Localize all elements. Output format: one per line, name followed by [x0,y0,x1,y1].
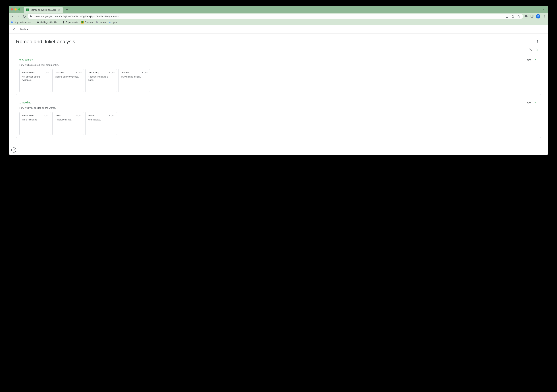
levels-row: Needs Work5 ptsMany mistakes.Great15 pts… [19,112,538,135]
window-minimize-button[interactable] [15,8,17,10]
install-app-icon[interactable] [504,14,509,19]
svg-point-5 [544,16,545,17]
tab-close-button[interactable] [58,8,61,11]
bookmark-star-icon[interactable] [516,14,521,19]
level-description: Many mistakes. [22,118,49,122]
share-icon[interactable] [510,14,515,19]
assignment-title: Romeo and Juliet analysis. [16,39,77,45]
new-tab-button[interactable] [64,7,69,12]
api-icon: API [109,21,112,24]
level-head: Passable20 pts [55,71,82,74]
bookmark-label: Settings - Cookie… [41,21,59,24]
window-close-button[interactable] [11,8,13,10]
level-points: 20 pts [75,71,82,74]
assignment-more-button[interactable] [534,38,541,45]
browser-window: Romeo and Juliet analysis. classroom.g [9,6,548,155]
browser-tab-active[interactable]: Romeo and Juliet analysis. [24,7,63,13]
level-name: Passable [55,71,64,74]
gear-icon [36,21,39,24]
level-points: 20 pts [108,114,115,117]
level-card[interactable]: Needs Work5 ptsMany mistakes. [19,112,51,135]
app-content: Rubric Romeo and Juliet analysis. /70 0:… [9,25,548,155]
svg-point-10 [537,41,538,41]
help-button[interactable]: ? [11,147,16,153]
bookmarks-bar: Apps with access… Settings - Cookie… Exp… [9,20,548,25]
bookmark-apps-with-access[interactable]: Apps with access… [10,21,33,24]
criterion-card: 0: Argument/50How well structured your a… [16,55,541,95]
reload-button[interactable] [22,14,27,19]
browser-menu-button[interactable] [542,14,547,19]
level-name: Needs Work [22,114,35,117]
flask-icon [62,21,65,24]
address-bar: classroom.google.com/u/0/c/NjEyMDI4ODIxM… [9,13,548,20]
extensions-button[interactable] [524,14,529,19]
page-body: Romeo and Juliet analysis. /70 0: Argume… [9,34,548,155]
collapse-all-button[interactable] [534,47,540,53]
level-card[interactable]: Needs Work0 ptsNot enough strong evidenc… [19,69,51,92]
title-row: Romeo and Juliet analysis. [16,38,541,45]
criterion-header-right: /50 [527,57,538,62]
criterion-title: 1: Spelling [19,101,31,104]
back-button[interactable] [10,14,15,19]
bookmark-current[interactable]: current [96,21,106,24]
criterion-collapse-button[interactable] [533,57,538,62]
profile-avatar[interactable]: D [536,14,540,18]
app-header: Rubric [9,25,548,34]
criterion-title: 0: Argument [19,58,33,61]
tab-bar: Romeo and Juliet analysis. [9,6,548,13]
level-points: 50 pts [141,71,147,74]
svg-point-6 [544,17,545,17]
level-name: Convincing [88,71,99,74]
svg-point-12 [537,42,538,43]
levels-row: Needs Work0 ptsNot enough strong evidenc… [19,69,538,92]
level-description: Not enough strong evidence.. [22,75,49,82]
level-card[interactable]: Convincing30 ptsA compelling case is mad… [85,69,117,92]
url-text: classroom.google.com/u/0/c/NjEyMDI4ODIxM… [34,15,503,18]
lock-icon [29,15,32,18]
level-name: Perfect [88,114,95,117]
bookmark-gcp[interactable]: API gcp [109,21,117,24]
level-card[interactable]: Great15 ptsA mistake or two. [52,112,84,135]
level-description: A compelling case is made. [88,75,115,82]
bookmark-experiments[interactable]: Experiments [62,21,78,24]
bookmark-classes[interactable]: Classes [81,21,93,24]
url-field[interactable]: classroom.google.com/u/0/c/NjEyMDI4ODIxM… [28,14,523,19]
svg-point-4 [544,15,545,16]
level-head: Great15 pts [55,114,82,117]
window-controls [11,8,20,10]
level-head: Needs Work5 pts [22,114,49,117]
level-description: A mistake or two. [55,118,82,122]
bookmark-settings-cookie[interactable]: Settings - Cookie… [36,21,59,24]
criterion-points: /20 [527,101,531,104]
tab-title: Romeo and Juliet analysis. [30,9,56,11]
criterion-header-right: /20 [527,100,538,105]
classroom-icon [81,21,84,24]
level-head: Perfect20 pts [88,114,115,117]
criterion-header: 0: Argument/50 [19,57,538,62]
criterion-card: 1: Spelling/20How well you spelled all t… [16,98,541,138]
side-panel-button[interactable] [529,14,534,19]
forward-button[interactable] [16,14,21,19]
level-description: Missing some evidence. [55,75,82,79]
google-g-icon [10,21,13,24]
tabs-dropdown-button[interactable] [541,7,546,12]
criterion-collapse-button[interactable] [533,100,538,105]
criterion-description: How well you spelled all the words. [19,106,538,109]
criterion-description: How well structured your argument is. [19,64,538,66]
criterion-header: 1: Spelling/20 [19,100,538,105]
bookmark-label: gcp [113,21,117,24]
svg-point-11 [537,41,538,42]
close-rubric-button[interactable] [12,27,16,32]
level-head: Convincing30 pts [88,71,115,74]
level-points: 30 pts [108,71,115,74]
level-points: 5 pts [44,114,49,117]
level-head: Profound50 pts [121,71,147,74]
level-card[interactable]: Perfect20 ptsNo mistakes. [85,112,117,135]
level-name: Great [55,114,61,117]
level-name: Profound [121,71,130,74]
level-card[interactable]: Passable20 ptsMissing some evidence. [52,69,84,92]
window-maximize-button[interactable] [18,8,20,10]
bookmark-label: Experiments [66,21,78,24]
level-card[interactable]: Profound50 ptsTruly unique insight. [118,69,150,92]
total-points: /70 [529,48,532,51]
